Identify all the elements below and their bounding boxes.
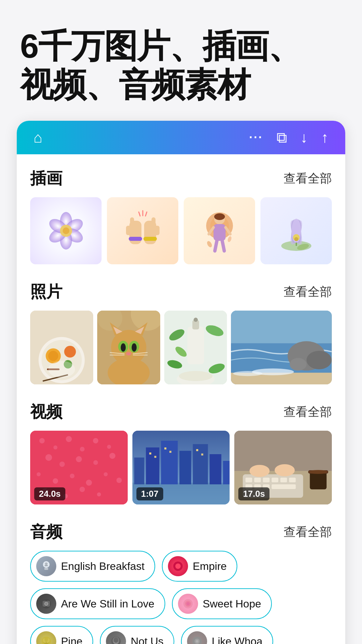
svg-rect-112: [161, 441, 178, 484]
svg-point-163: [196, 640, 198, 643]
video-desk[interactable]: 17.0s: [234, 431, 332, 504]
svg-line-27: [222, 241, 224, 251]
svg-rect-114: [193, 444, 208, 484]
photos-title: 照片: [30, 281, 62, 303]
svg-point-100: [70, 474, 74, 478]
svg-point-98: [37, 472, 41, 476]
svg-rect-118: [154, 456, 156, 458]
photo-ocean: [231, 311, 332, 384]
illus-flower: [30, 197, 102, 264]
svg-point-149: [45, 602, 48, 605]
svg-point-7: [63, 227, 69, 234]
svg-point-29: [227, 236, 232, 243]
svg-rect-145: [45, 565, 48, 566]
photos-view-all[interactable]: 查看全部: [284, 284, 332, 300]
svg-point-94: [59, 462, 65, 467]
svg-rect-22: [214, 224, 226, 241]
svg-rect-10: [126, 226, 131, 235]
svg-rect-122: [201, 453, 203, 455]
svg-point-91: [93, 438, 98, 443]
svg-point-92: [107, 445, 111, 449]
svg-rect-143: [44, 568, 48, 570]
photo-cat: [97, 311, 160, 384]
svg-point-62: [126, 352, 131, 356]
svg-line-26: [215, 241, 217, 251]
svg-rect-11: [129, 237, 142, 241]
chip-label-sweet-hope: Sweet Hope: [203, 598, 261, 610]
svg-rect-113: [179, 451, 191, 484]
chip-label-english: English Breakfast: [61, 560, 144, 573]
svg-point-93: [45, 454, 52, 461]
illus-girl: [184, 197, 255, 264]
chip-pine[interactable]: Pine: [30, 626, 93, 644]
photos-header: 照片 查看全部: [30, 281, 332, 303]
svg-point-83: [290, 358, 307, 371]
audio-title: 音频: [30, 521, 62, 543]
chip-thumb-arewstill: [36, 594, 56, 614]
chip-label-like-whoa: Like Whoa: [212, 635, 262, 644]
svg-point-140: [250, 465, 270, 477]
chip-thumb-empire: [168, 556, 188, 576]
illustrations-row: [30, 197, 332, 264]
chip-are-we-still[interactable]: Are We Still in Love: [30, 588, 165, 619]
svg-rect-110: [134, 458, 144, 484]
share-icon[interactable]: ↑: [321, 130, 328, 145]
video-rain-duration: 24.0s: [34, 487, 65, 500]
videos-title: 视频: [30, 401, 62, 423]
illustrations-view-all[interactable]: 查看全部: [284, 170, 332, 187]
topbar-right-icons: ··· ⧉ ↓ ↑: [249, 130, 328, 145]
svg-point-60: [121, 343, 126, 352]
svg-rect-130: [281, 478, 287, 482]
svg-point-87: [39, 438, 45, 443]
svg-point-37: [294, 237, 298, 241]
more-dots-icon[interactable]: ···: [249, 130, 263, 145]
svg-point-95: [76, 456, 82, 462]
svg-point-90: [80, 447, 84, 451]
videos-row: 24.0s: [30, 431, 332, 504]
chip-english-breakfast[interactable]: English Breakfast: [30, 551, 155, 582]
chip-not-us[interactable]: Not Us: [100, 626, 174, 644]
download-icon[interactable]: ↓: [300, 130, 308, 145]
photo-food: [30, 311, 93, 384]
svg-rect-131: [289, 478, 296, 482]
svg-rect-121: [196, 449, 198, 451]
hero-title: 6千万图片、插画、 视频、音频素材: [0, 0, 362, 121]
video-rain[interactable]: 24.0s: [30, 431, 128, 504]
app-topbar: ⌂ ··· ⧉ ↓ ↑: [17, 121, 345, 154]
svg-point-46: [64, 360, 72, 369]
chip-label-empire: Empire: [193, 560, 227, 573]
svg-point-144: [45, 562, 48, 565]
videos-header: 视频 查看全部: [30, 401, 332, 423]
svg-rect-47: [47, 369, 60, 370]
svg-line-18: [145, 212, 147, 216]
chip-empire[interactable]: Empire: [162, 551, 237, 582]
illustrations-header: 插画 查看全部: [30, 168, 332, 189]
svg-point-85: [233, 371, 263, 376]
videos-view-all[interactable]: 查看全部: [284, 404, 332, 420]
svg-point-96: [93, 460, 98, 465]
layers-icon[interactable]: ⧉: [277, 130, 287, 145]
illus-lotus: [260, 197, 332, 264]
svg-point-77: [179, 371, 212, 381]
home-icon[interactable]: ⌂: [34, 130, 43, 145]
svg-rect-127: [254, 478, 261, 482]
svg-point-44: [48, 351, 58, 361]
svg-line-17: [139, 212, 140, 216]
svg-point-101: [86, 480, 92, 486]
chip-like-whoa[interactable]: Like Whoa: [181, 626, 273, 644]
chip-label-pine: Pine: [61, 635, 82, 644]
audio-header: 音频 查看全部: [30, 521, 332, 543]
chip-sweet-hope[interactable]: Sweet Hope: [172, 588, 272, 619]
video-city[interactable]: 1:07: [132, 431, 230, 504]
svg-rect-68: [187, 326, 204, 364]
app-card: ⌂ ··· ⧉ ↓ ↑ 插画 查看全部: [17, 121, 345, 644]
chip-thumb-english: [36, 556, 56, 576]
svg-point-88: [53, 445, 57, 449]
audio-view-all[interactable]: 查看全部: [284, 524, 332, 540]
svg-point-53: [111, 330, 146, 365]
svg-rect-120: [169, 451, 171, 453]
chip-label-are-we-still: Are We Still in Love: [61, 598, 155, 610]
svg-point-23: [214, 213, 225, 220]
svg-rect-117: [149, 452, 151, 454]
video-desk-duration: 17.0s: [238, 487, 269, 500]
